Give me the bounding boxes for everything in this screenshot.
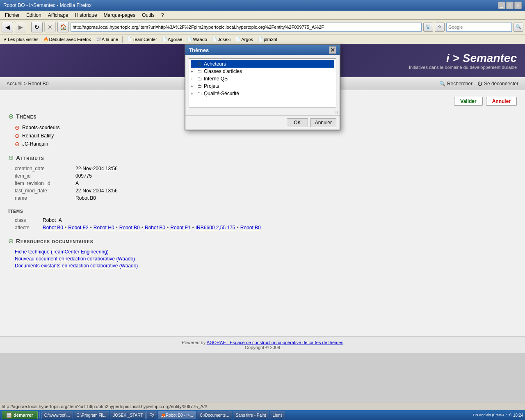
taskbar-item-6[interactable]: Sans titre - Paint: [233, 411, 269, 419]
taskbar-item-label-5: C:\Documents...: [200, 413, 229, 418]
bookmark-teamcenter[interactable]: 📄 TeamCenter: [125, 37, 159, 42]
menu-fichier[interactable]: Fichier: [2, 11, 23, 19]
footer-copyright: Copyright © 2009: [3, 345, 522, 350]
bookmark-joseki[interactable]: 📄 Joseki: [210, 37, 232, 42]
theme-label-2: JC-Ranquin: [22, 141, 48, 147]
taskbar-item-3[interactable]: F:\: [146, 411, 157, 419]
taskbar-item-label-3: F:\: [149, 413, 154, 418]
items-class-value: Robot_A: [43, 217, 62, 223]
attr-val-2: A: [75, 180, 79, 186]
bookmark-most-visited[interactable]: ★ Les plus visités: [2, 37, 40, 42]
resource-link-2[interactable]: Documents existants en rédaction collabo…: [15, 263, 517, 269]
modal-close-button[interactable]: ✕: [329, 46, 336, 54]
taskbar-item-1[interactable]: C:\Program Fil...: [74, 411, 110, 419]
attr-row-2: item_revision_id A: [15, 180, 517, 186]
menu-historique[interactable]: Historique: [72, 11, 100, 19]
start-icon: 🪟: [6, 413, 12, 418]
bullet-0: •: [65, 225, 66, 231]
taskbar-item-label-2: JOSEKI_START: [113, 413, 143, 418]
home-button[interactable]: 🏠: [57, 22, 69, 32]
affecte-val-4[interactable]: Robot B0: [145, 225, 165, 231]
forward-button[interactable]: ▶: [15, 22, 26, 32]
menu-affichage[interactable]: Affichage: [45, 11, 72, 19]
affecte-val-3[interactable]: Robot B0: [119, 225, 140, 231]
affecte-val-2[interactable]: Robot H0: [94, 225, 114, 231]
back-button[interactable]: ◀: [2, 22, 13, 32]
taskbar-item-label-1: C:\Program Fil...: [77, 413, 107, 418]
bullet-5: •: [192, 225, 194, 231]
menu-edition[interactable]: Édition: [23, 11, 45, 19]
attr-key-1: item_id: [15, 173, 72, 179]
reload-button[interactable]: ↻: [31, 22, 43, 32]
tree-item-4[interactable]: + 🗀 Qualité-Sécurité: [191, 90, 334, 97]
items-affecte-row: affecte Robot B0 • Robot F2 • Robot H0 •…: [15, 225, 517, 231]
stop-button[interactable]: ✕: [44, 22, 56, 32]
search-input[interactable]: [446, 23, 512, 32]
taskbar-item-label-7: Liens: [273, 413, 283, 418]
theme-label-1: Renault-Batilly: [22, 133, 54, 139]
affecte-val-6[interactable]: IRB6600 2,55 175: [196, 225, 235, 231]
tree-item-3[interactable]: + 🗀 Projets: [191, 82, 334, 90]
resources-add-icon[interactable]: ⊕: [8, 237, 14, 245]
tree-item-1[interactable]: + 🗀 Classes d'articles: [191, 68, 334, 75]
doc-icon-3: 📄: [187, 37, 192, 41]
taskbar-item-5[interactable]: C:\Documents...: [197, 411, 232, 419]
menu-outils[interactable]: Outils: [139, 11, 158, 19]
bookmark-star-icon[interactable]: ☆: [435, 23, 445, 32]
taskbar-item-2[interactable]: JOSEKI_START: [110, 411, 146, 419]
bookmark-agorae[interactable]: 📄 Agorae: [160, 37, 184, 42]
modal-tree: + 🗀 Acheteurs + 🗀 Classes d'articles + 🗀…: [189, 58, 336, 107]
status-url: http://agorae.local.hypertopic.org/item?…: [2, 404, 523, 409]
theme-item-1: ⊖ Renault-Batilly: [15, 132, 517, 139]
theme-remove-icon-2[interactable]: ⊖: [15, 141, 20, 147]
menu-help[interactable]: ?: [158, 11, 167, 19]
start-button[interactable]: 🪟 démarrer: [2, 411, 38, 419]
close-button[interactable]: ✕: [514, 2, 522, 9]
tree-item-2[interactable]: + 🗀 Interne QS: [191, 75, 334, 82]
page-footer: Powered by AGORAE : Espace de constructi…: [0, 336, 525, 353]
rss-icon[interactable]: 📡: [423, 23, 433, 32]
attributs-add-icon[interactable]: ⊕: [8, 154, 14, 162]
menu-marque-pages[interactable]: Marque-pages: [100, 11, 139, 19]
items-class-row: class Robot_A: [15, 217, 517, 223]
taskbar-item-4[interactable]: 🦊 Robot B0 - i>...: [158, 411, 196, 419]
attr-key-2: item_revision_id: [15, 180, 72, 186]
attr-row-4: name Robot B0: [15, 195, 517, 201]
affecte-val-7[interactable]: Robot B0: [240, 225, 261, 231]
modal-cancel-button[interactable]: Annuler: [310, 118, 336, 127]
attr-row-3: last_mod_date 22-Nov-2004 13:56: [15, 188, 517, 194]
attr-val-0: 22-Nov-2004 13:56: [75, 166, 118, 171]
modal-titlebar: Thèmes ✕: [185, 45, 340, 55]
tree-item-0[interactable]: + 🗀 Acheteurs: [191, 60, 334, 68]
attr-val-1: 009775: [75, 173, 92, 179]
affecte-val-1[interactable]: Robot F2: [68, 225, 88, 231]
bookmark-waado[interactable]: 📄 Waado: [185, 37, 208, 42]
search-go-icon[interactable]: 🔍: [514, 23, 523, 32]
modal-ok-button[interactable]: OK: [287, 118, 308, 127]
minimize-button[interactable]: _: [498, 2, 505, 9]
modal-footer: OK Annuler: [185, 115, 340, 130]
affecte-val-5[interactable]: Robot F1: [170, 225, 190, 231]
restore-button[interactable]: □: [506, 2, 514, 9]
tree-expander-3: +: [191, 84, 196, 89]
taskbar-item-7[interactable]: Liens: [270, 411, 285, 419]
theme-item-2: ⊖ JC-Ranquin: [15, 141, 517, 147]
resources-title: Ressources documentaires: [16, 238, 93, 244]
address-bar[interactable]: [71, 23, 422, 32]
bookmark-firefox-start[interactable]: 🔥 Débuter avec Firefox: [42, 37, 93, 42]
items-affecte-label: affecte: [15, 225, 39, 231]
attributs-section: ⊕ Attributs creation_date 22-Nov-2004 13…: [8, 154, 517, 201]
resource-link-0[interactable]: Fiche technique (TeamCenter Engineering): [15, 249, 517, 255]
bookmark-alaune[interactable]: 📰 À la une: [94, 37, 120, 42]
taskbar-item-0[interactable]: C:\wwwroot\...: [41, 411, 73, 419]
modal-resize-handle[interactable]: ⠿: [185, 111, 340, 115]
lang-indicator: EN Anglais (États-Unis): [473, 413, 511, 417]
affecte-val-0[interactable]: Robot B0: [43, 225, 63, 231]
taskbar-item-label-4: Robot B0 - i>...: [166, 413, 193, 418]
bookmark-plm2ht[interactable]: 📄 plm2ht: [256, 37, 279, 42]
theme-remove-icon-1[interactable]: ⊖: [15, 132, 20, 139]
bullet-2: •: [116, 225, 118, 231]
resource-link-1[interactable]: Nouveau document en rédaction collaborat…: [15, 256, 517, 262]
footer-agorae-link[interactable]: AGORAE : Espace de construction coopérat…: [207, 340, 343, 345]
bookmark-argos[interactable]: 📄 Argos: [234, 37, 255, 42]
